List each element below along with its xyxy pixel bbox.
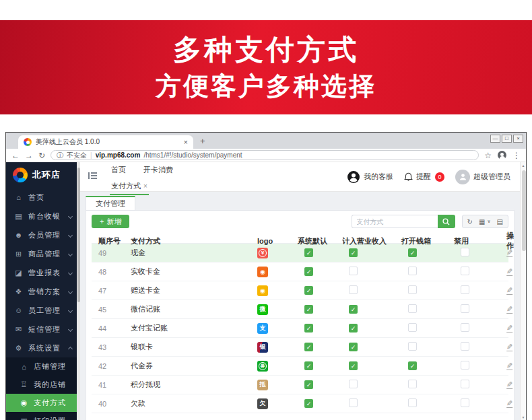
edit-icon[interactable]: ✎	[506, 306, 512, 314]
search-box	[352, 215, 455, 228]
minimize-button[interactable]: —	[490, 135, 500, 143]
checkbox-system-default[interactable]: ✓	[304, 380, 313, 389]
checkbox-open-drawer[interactable]	[408, 285, 417, 294]
checkbox-open-drawer[interactable]	[408, 323, 417, 332]
account-button[interactable]: 超级管理员	[455, 170, 510, 184]
page-scrollbar[interactable]: ▲ ▼	[520, 162, 526, 420]
add-button[interactable]: + 新增	[92, 215, 129, 228]
info-icon[interactable]: ⓘ	[57, 151, 63, 160]
checkbox-count-revenue[interactable]: ✓	[349, 305, 358, 314]
checkbox-disabled[interactable]	[461, 304, 469, 313]
checkbox-count-revenue[interactable]: ✓	[349, 248, 358, 257]
sidebar-item-goods[interactable]: ⊞商品管理	[6, 244, 80, 263]
sidebar-item-report[interactable]: ◪营业报表	[6, 263, 80, 282]
edit-icon[interactable]: ✎	[506, 343, 512, 351]
nav-tab-home[interactable]: 首页	[110, 164, 127, 176]
sidebar-item-print[interactable]: ▣打印设置	[6, 412, 80, 420]
checkbox-count-revenue[interactable]	[349, 398, 358, 407]
checkbox-system-default[interactable]: ✓	[304, 361, 313, 370]
sidebar-item-home[interactable]: ⌂首页	[6, 188, 80, 207]
scroll-up-icon[interactable]: ▲	[521, 164, 526, 168]
customer-service-button[interactable]: 我的客服	[347, 170, 393, 184]
checkbox-disabled[interactable]	[461, 398, 469, 407]
checkbox-open-drawer[interactable]	[408, 304, 417, 313]
sidebar-item-my-shop[interactable]: ♖我的店铺	[6, 376, 80, 394]
checkbox-system-default[interactable]: ✓	[304, 267, 313, 276]
url-field[interactable]: ⓘ 不安全 | vip.mp68.com/htms1/#!/studio/sys…	[51, 150, 479, 160]
checkbox-disabled[interactable]	[461, 342, 469, 351]
checkbox-open-drawer[interactable]	[408, 267, 417, 275]
maximize-button[interactable]: □	[502, 135, 512, 143]
promo-banner: 多种支付方式 方便客户多种选择	[0, 20, 532, 114]
edit-icon[interactable]: ✎	[506, 400, 512, 408]
checkbox-system-default[interactable]: ✓	[304, 399, 313, 408]
checkbox-open-drawer[interactable]: ✓	[408, 361, 417, 370]
sidebar-scrollbar[interactable]	[77, 162, 80, 420]
edit-icon[interactable]: ✎	[506, 268, 512, 276]
sidebar-item-members[interactable]: ☻会员管理	[6, 225, 80, 244]
checkbox-count-revenue[interactable]	[349, 380, 358, 388]
menu-dots-icon[interactable]: ⋮	[512, 151, 521, 160]
edit-icon[interactable]: ✎	[506, 287, 512, 295]
browser-tab[interactable]: 美萍线上云会员 1.0.0 ×	[18, 135, 193, 149]
search-input[interactable]	[352, 215, 438, 228]
cell-checkbox-system-default: ✓	[298, 286, 342, 295]
checkbox-count-revenue[interactable]: ✓	[349, 343, 358, 351]
top-tab-strip: 首页开卡消费 支付方式×	[110, 162, 174, 191]
checkbox-disabled[interactable]	[461, 267, 469, 275]
edit-icon[interactable]: ✎	[506, 249, 512, 257]
checkbox-system-default[interactable]: ✓	[304, 286, 313, 295]
edit-icon[interactable]: ✎	[506, 324, 512, 332]
tab-payment-method[interactable]: 支付方式×	[110, 180, 149, 195]
checkbox-disabled[interactable]	[461, 380, 469, 388]
checkbox-count-revenue[interactable]: ✓	[349, 361, 358, 370]
new-tab-button[interactable]: +	[200, 136, 205, 146]
sidebar-item-store-manage[interactable]: ⌂店铺管理	[6, 357, 80, 376]
alerts-button[interactable]: 提醒 0	[404, 172, 444, 182]
checkbox-disabled[interactable]	[461, 323, 469, 332]
checkbox-count-revenue[interactable]	[349, 285, 358, 294]
sidebar-item-payment[interactable]: ◉支付方式	[6, 394, 80, 412]
close-button[interactable]: ×	[513, 135, 523, 143]
list-view-icon[interactable]: ▤	[497, 218, 503, 225]
collapse-menu-icon[interactable]	[88, 172, 98, 191]
column-header-3: 系统默认	[298, 236, 342, 246]
checkbox-open-drawer[interactable]	[408, 398, 417, 407]
checkbox-count-revenue[interactable]	[349, 267, 358, 275]
sidebar-item-sms[interactable]: ✉短信管理	[6, 320, 80, 339]
scroll-down-icon[interactable]: ▼	[521, 415, 526, 419]
chrome-profile-icon[interactable]	[498, 151, 506, 160]
checkbox-open-drawer[interactable]	[408, 342, 417, 351]
store-logo	[13, 168, 28, 182]
sidebar-item-marketing[interactable]: ❖营销方案	[6, 282, 80, 301]
columns-icon[interactable]: ▦	[479, 218, 485, 225]
reload-icon[interactable]: ↻	[38, 151, 45, 160]
checkbox-system-default[interactable]: ✓	[304, 324, 313, 332]
edit-icon[interactable]: ✎	[506, 381, 512, 389]
nav-tab-consume[interactable]: 开卡消费	[142, 164, 174, 176]
scrollbar-thumb[interactable]	[522, 170, 526, 251]
tab-close-icon[interactable]: ×	[143, 182, 147, 190]
checkbox-system-default[interactable]: ✓	[304, 343, 313, 351]
cell-actions: ✎	[506, 267, 532, 276]
bookmark-star-icon[interactable]: ☆	[484, 151, 492, 160]
back-icon[interactable]: ←	[11, 151, 20, 160]
sidebar-item-settings[interactable]: ⚙系统设置	[6, 339, 80, 357]
tab-payment-management[interactable]: 支付管理	[86, 196, 135, 210]
forward-icon[interactable]: →	[25, 151, 33, 160]
checkbox-open-drawer[interactable]: ✓	[408, 248, 417, 257]
sidebar-item-cashier[interactable]: ▤前台收银	[6, 207, 80, 225]
cell-checkbox-system-default: ✓	[298, 380, 342, 390]
checkbox-disabled[interactable]	[461, 248, 469, 256]
checkbox-system-default[interactable]: ✓	[304, 305, 313, 314]
search-button[interactable]	[438, 215, 455, 228]
refresh-icon[interactable]: ↻	[467, 218, 473, 225]
tab-close-icon[interactable]: ×	[184, 138, 188, 146]
checkbox-disabled[interactable]	[461, 361, 469, 370]
checkbox-disabled[interactable]	[461, 285, 469, 294]
checkbox-system-default[interactable]: ✓	[304, 248, 313, 257]
sidebar-item-staff[interactable]: ☺员工管理	[6, 301, 80, 320]
checkbox-count-revenue[interactable]: ✓	[349, 324, 358, 332]
checkbox-open-drawer[interactable]	[408, 380, 417, 388]
edit-icon[interactable]: ✎	[506, 362, 512, 370]
